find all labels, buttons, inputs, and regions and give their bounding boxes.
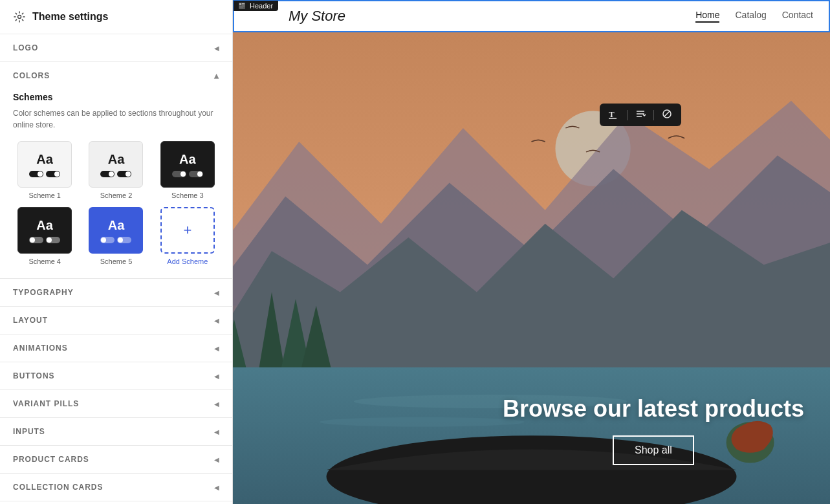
section-layout: LAYOUT ◀ — [0, 307, 232, 334]
variant-pills-label: VARIANT PILLS — [13, 399, 79, 408]
scheme-card-1[interactable]: Aa Scheme 1 — [13, 141, 76, 199]
scheme-box-4: Aa — [17, 207, 72, 254]
toolbar-divider-1 — [627, 110, 628, 120]
toolbar-list-btn[interactable] — [633, 107, 648, 122]
sidebar: Theme settings LOGO ◀ COLORS ◀ Schemes C… — [0, 0, 233, 504]
scheme1-toggle2 — [46, 171, 60, 177]
toolbar-slash-btn[interactable] — [659, 107, 675, 122]
collection-cards-chevron: ◀ — [214, 484, 219, 491]
colors-section-toggle[interactable]: COLORS ◀ — [0, 62, 232, 89]
header-tag: Header — [234, 1, 278, 11]
product-cards-chevron: ◀ — [214, 456, 219, 463]
floating-toolbar: T — [600, 104, 681, 126]
scheme-box-2: Aa — [89, 141, 143, 188]
scheme1-toggles — [29, 171, 60, 177]
sidebar-title: Theme settings — [32, 11, 108, 23]
scheme2-toggle1 — [100, 171, 115, 177]
section-inputs: INPUTS ◀ — [0, 418, 232, 446]
product-cards-label: PRODUCT CARDS — [13, 455, 89, 464]
scheme4-name: Scheme 4 — [28, 257, 61, 265]
scheme3-name: Scheme 3 — [171, 192, 204, 199]
scheme5-toggles — [100, 237, 131, 243]
scheme2-toggles — [100, 171, 131, 177]
nav-home[interactable]: Home — [695, 10, 719, 23]
product-cards-section-toggle[interactable]: PRODUCT CARDS ◀ — [0, 446, 232, 473]
logo-section-toggle[interactable]: LOGO ◀ — [0, 34, 232, 61]
section-variant-pills: VARIANT PILLS ◀ — [0, 390, 232, 418]
scheme1-toggle1 — [29, 171, 43, 177]
variant-pills-section-toggle[interactable]: VARIANT PILLS ◀ — [0, 390, 232, 417]
scheme-box-3: Aa — [160, 141, 215, 188]
section-animations: ANIMATIONS ◀ — [0, 334, 232, 362]
scheme4-toggles — [29, 237, 60, 243]
svg-line-27 — [664, 111, 670, 116]
variant-pills-chevron: ◀ — [214, 400, 219, 408]
svg-rect-3 — [242, 3, 245, 5]
svg-rect-5 — [239, 6, 245, 7]
typography-label: TYPOGRAPHY — [13, 288, 74, 297]
layout-label: LAYOUT — [13, 316, 48, 325]
toolbar-text-btn[interactable]: T — [606, 107, 622, 122]
scheme4-aa: Aa — [36, 218, 53, 233]
animations-section-toggle[interactable]: ANIMATIONS ◀ — [0, 334, 232, 362]
svg-point-0 — [18, 16, 21, 19]
typography-chevron: ◀ — [214, 289, 219, 296]
nav-contact[interactable]: Contact — [782, 10, 813, 23]
colors-chevron: ◀ — [213, 73, 221, 78]
colors-label: COLORS — [13, 71, 50, 80]
buttons-label: BUTTONS — [13, 371, 55, 380]
scheme-box-5: Aa — [89, 207, 143, 254]
store-nav: Home Catalog Contact — [695, 10, 813, 23]
scheme5-aa: Aa — [108, 218, 125, 233]
svg-point-18 — [320, 417, 525, 427]
collection-cards-label: COLLECTION CARDS — [13, 483, 103, 492]
hero-title: Browse our latest products — [503, 395, 804, 422]
settings-icon — [13, 10, 26, 23]
toolbar-divider-2 — [653, 110, 654, 120]
svg-rect-4 — [242, 5, 245, 6]
logo-label: LOGO — [13, 43, 38, 52]
colors-content: Schemes Color schemes can be applied to … — [0, 92, 232, 278]
section-buttons: BUTTONS ◀ — [0, 362, 232, 390]
sidebar-content: LOGO ◀ COLORS ◀ Schemes Color schemes ca… — [0, 34, 232, 504]
layout-chevron: ◀ — [214, 317, 219, 324]
scheme-card-4[interactable]: Aa Scheme 4 — [13, 207, 76, 265]
sidebar-header: Theme settings — [0, 0, 232, 34]
inputs-chevron: ◀ — [214, 428, 219, 435]
layout-section-toggle[interactable]: LAYOUT ◀ — [0, 307, 232, 334]
store-header: Header My Store Home Catalog Contact — [233, 0, 830, 32]
animations-label: ANIMATIONS — [13, 344, 68, 353]
logo-chevron: ◀ — [214, 45, 219, 52]
schemes-heading: Schemes — [13, 92, 219, 102]
scheme-card-3[interactable]: Aa Scheme 3 — [156, 141, 219, 199]
scheme1-aa: Aa — [36, 152, 53, 167]
store-logo: My Store — [289, 8, 345, 25]
add-scheme-label: Add Scheme — [167, 257, 208, 265]
nav-catalog[interactable]: Catalog — [735, 10, 766, 23]
inputs-section-toggle[interactable]: INPUTS ◀ — [0, 418, 232, 445]
scheme-card-5[interactable]: Aa Scheme 5 — [84, 207, 147, 265]
add-scheme-card[interactable]: + Add Scheme — [156, 207, 219, 265]
section-collection-cards: COLLECTION CARDS ◀ — [0, 474, 232, 501]
scheme1-name: Scheme 1 — [28, 192, 61, 199]
add-scheme-plus-icon: + — [183, 223, 191, 237]
scheme-box-1: Aa — [17, 141, 72, 188]
typography-section-toggle[interactable]: TYPOGRAPHY ◀ — [0, 279, 232, 306]
shop-all-button[interactable]: Shop all — [613, 435, 694, 465]
svg-rect-2 — [239, 3, 241, 5]
section-logo: LOGO ◀ — [0, 34, 232, 62]
header-tag-label: Header — [250, 2, 273, 10]
buttons-section-toggle[interactable]: BUTTONS ◀ — [0, 362, 232, 389]
schemes-description: Color schemes can be applied to sections… — [13, 107, 219, 131]
hero-section: T Brows — [233, 32, 830, 504]
collection-cards-section-toggle[interactable]: COLLECTION CARDS ◀ — [0, 474, 232, 501]
inputs-label: INPUTS — [13, 427, 45, 436]
buttons-chevron: ◀ — [214, 373, 219, 380]
scheme5-name: Scheme 5 — [100, 257, 133, 265]
hero-content: Browse our latest products Shop all — [503, 395, 804, 465]
preview-panel: Header My Store Home Catalog Contact — [233, 0, 830, 504]
scheme-card-2[interactable]: Aa Scheme 2 — [84, 141, 147, 199]
scheme2-toggle2 — [117, 171, 131, 177]
scheme2-name: Scheme 2 — [100, 192, 133, 199]
scheme5-toggle2 — [117, 237, 131, 243]
